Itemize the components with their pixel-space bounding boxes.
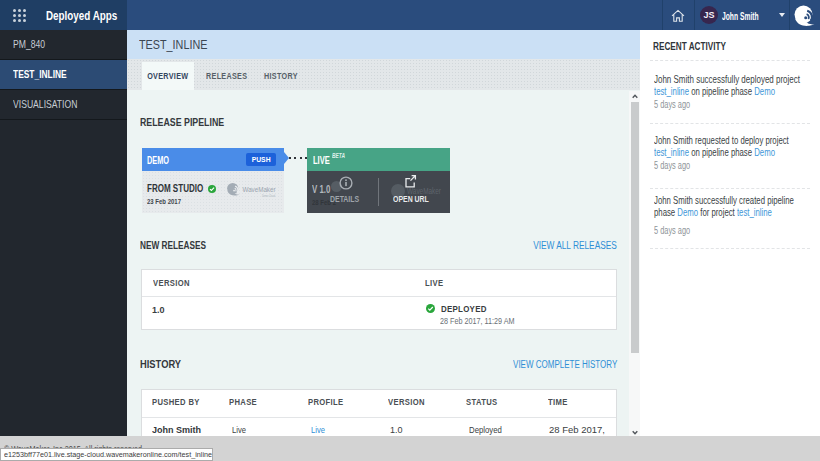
svg-text:Demo Cloud: Demo Cloud xyxy=(262,193,275,198)
